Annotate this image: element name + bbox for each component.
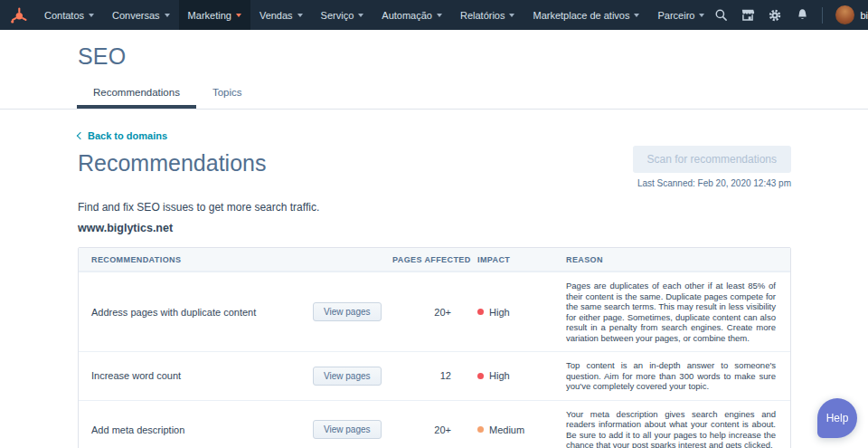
view-pages-button[interactable]: View pages xyxy=(313,367,382,386)
column-header-pages-affected: PAGES AFFECTED xyxy=(392,255,451,264)
table-row: Add meta description View pages 20+ Medi… xyxy=(79,400,790,448)
hubspot-logo[interactable] xyxy=(0,0,35,30)
recommendation-name: Increase word count xyxy=(79,370,313,381)
nav-item-conversas[interactable]: Conversas xyxy=(103,0,179,30)
tab-recommendations[interactable]: Recommendations xyxy=(77,81,196,109)
help-beacon-button[interactable]: Help xyxy=(817,398,857,438)
page-header-row: Recommendations Scan for recommendations… xyxy=(78,150,791,188)
reason-text: Top content is an in-depth answer to som… xyxy=(566,352,790,400)
account-menu[interactable]: biglytics.net xyxy=(835,5,868,24)
impact-cell: Medium xyxy=(451,424,566,435)
nav-item-label: Vendas xyxy=(259,10,293,21)
table-row: Increase word count View pages 12 High T… xyxy=(79,351,790,400)
table-header-row: RECOMMENDATIONS PAGES AFFECTED IMPACT RE… xyxy=(79,248,790,272)
main-menu: Contatos Conversas Marketing Vendas Serv… xyxy=(35,0,713,30)
tab-topics[interactable]: Topics xyxy=(196,81,259,109)
pages-affected-value: 12 xyxy=(392,370,451,381)
nav-item-label: Relatórios xyxy=(460,10,505,21)
nav-item-label: Automação xyxy=(382,10,432,21)
nav-utilities: biglytics.net xyxy=(713,0,868,30)
chevron-down-icon xyxy=(699,14,704,17)
back-to-domains-link[interactable]: Back to domains xyxy=(78,130,167,141)
column-header-impact: IMPACT xyxy=(451,255,566,264)
last-scanned-text: Last Scanned: Feb 20, 2020 12:43 pm xyxy=(633,178,791,188)
nav-item-label: Marketing xyxy=(188,10,231,21)
chevron-down-icon xyxy=(165,14,170,17)
scan-for-recommendations-button[interactable]: Scan for recommendations xyxy=(633,146,791,173)
user-avatar xyxy=(835,5,854,24)
sprocket-icon xyxy=(9,5,28,25)
column-header-reason: REASON xyxy=(566,255,790,264)
nav-item-marketing[interactable]: Marketing xyxy=(179,0,250,30)
view-pages-button[interactable]: View pages xyxy=(313,420,382,439)
nav-item-automacao[interactable]: Automação xyxy=(373,0,451,30)
account-name: biglytics.net xyxy=(860,10,868,21)
search-icon[interactable] xyxy=(713,8,728,23)
chevron-down-icon xyxy=(89,14,94,17)
nav-item-label: Conversas xyxy=(112,10,160,21)
nav-item-label: Marketplace de ativos xyxy=(533,10,629,21)
domain-name: www.biglytics.net xyxy=(78,222,791,234)
impact-label: Medium xyxy=(489,424,524,435)
tabs-bar: Recommendations Topics xyxy=(0,81,868,110)
chevron-left-icon xyxy=(77,132,84,139)
reason-text: Pages are duplicates of each other if at… xyxy=(566,272,790,351)
impact-label: High xyxy=(489,370,510,381)
impact-label: High xyxy=(489,307,510,318)
marketplace-icon[interactable] xyxy=(741,8,755,23)
nav-item-parceiro[interactable]: Parceiro xyxy=(648,0,713,30)
view-pages-cell: View pages xyxy=(313,302,392,321)
back-link-label: Back to domains xyxy=(88,130,167,141)
view-pages-cell: View pages xyxy=(313,367,392,386)
pages-affected-value: 20+ xyxy=(392,307,451,318)
column-header-recommendations: RECOMMENDATIONS xyxy=(79,255,313,264)
chevron-down-icon xyxy=(236,14,241,17)
settings-gear-icon[interactable] xyxy=(768,8,782,23)
recommendation-name: Add meta description xyxy=(79,424,313,435)
impact-cell: High xyxy=(451,370,566,381)
recommendations-table: RECOMMENDATIONS PAGES AFFECTED IMPACT RE… xyxy=(78,247,791,448)
page-content: Back to domains Recommendations Scan for… xyxy=(0,110,868,448)
chevron-down-icon xyxy=(634,14,639,17)
chevron-down-icon xyxy=(437,14,442,17)
chevron-down-icon xyxy=(509,14,514,17)
chevron-down-icon xyxy=(297,14,303,17)
table-row: Address pages with duplicate content Vie… xyxy=(79,272,790,351)
scan-area: Scan for recommendations Last Scanned: F… xyxy=(633,146,791,188)
chevron-down-icon xyxy=(358,14,363,17)
nav-item-label: Contatos xyxy=(44,10,84,21)
impact-dot xyxy=(477,426,484,433)
nav-item-relatorios[interactable]: Relatórios xyxy=(451,0,524,30)
nav-item-vendas[interactable]: Vendas xyxy=(250,0,312,30)
nav-item-marketplace[interactable]: Marketplace de ativos xyxy=(524,0,648,30)
view-pages-cell: View pages xyxy=(313,420,392,439)
notifications-bell-icon[interactable] xyxy=(795,8,809,23)
app-title: SEO xyxy=(78,43,868,70)
nav-item-label: Parceiro xyxy=(657,10,694,21)
page-description: Find and fix SEO issues to get more sear… xyxy=(78,201,791,214)
top-navigation: Contatos Conversas Marketing Vendas Serv… xyxy=(0,0,868,30)
view-pages-button[interactable]: View pages xyxy=(313,302,382,321)
pages-affected-value: 20+ xyxy=(392,424,451,435)
nav-item-servico[interactable]: Serviço xyxy=(312,0,373,30)
impact-dot xyxy=(477,373,484,379)
app-header: SEO xyxy=(0,30,868,70)
nav-item-label: Serviço xyxy=(321,10,354,21)
reason-text: Your meta description gives search engin… xyxy=(566,401,790,448)
recommendation-name: Address pages with duplicate content xyxy=(79,307,313,318)
nav-divider xyxy=(822,7,823,24)
impact-cell: High xyxy=(451,307,566,318)
impact-dot xyxy=(477,309,484,315)
page-title: Recommendations xyxy=(78,150,266,176)
nav-item-contatos[interactable]: Contatos xyxy=(35,0,103,30)
